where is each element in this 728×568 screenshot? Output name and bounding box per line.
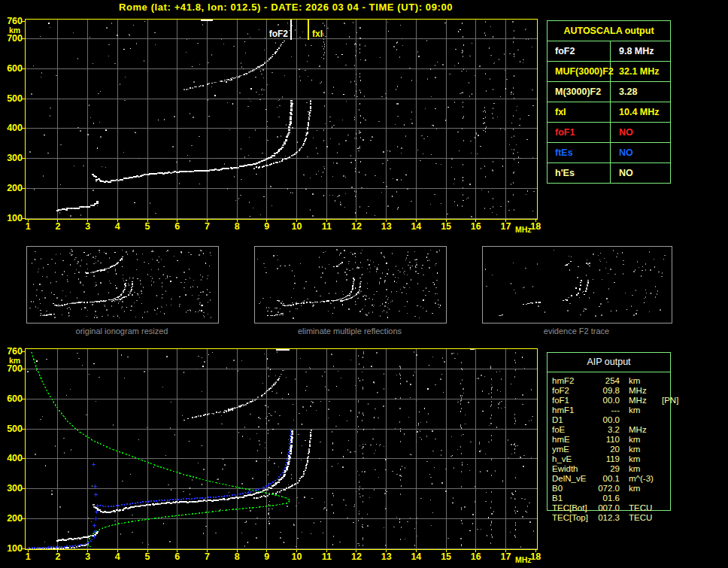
autoscala-row-fxI: fxI10.4 MHz <box>548 102 670 123</box>
aip-row-foF2: foF209.8MHz <box>552 386 726 396</box>
aip-row-hmE: hmE110km <box>552 435 726 445</box>
aip-note-cell <box>659 464 662 474</box>
autoscala-row-M(3000)F2: M(3000)F23.28 <box>548 82 670 102</box>
x-axis-label: 3 <box>77 552 99 562</box>
aip-param-cell: DelN_vE <box>552 474 594 484</box>
y-axis-tick <box>22 488 25 489</box>
x-axis-label: 8 <box>226 552 247 562</box>
x-axis-label: 5 <box>137 222 158 232</box>
y-axis-tick <box>22 188 25 189</box>
y-axis-tick <box>22 548 25 549</box>
x-axis-tick <box>535 550 536 552</box>
autoscala-rows: foF29.8 MHzMUF(3000)F232.1 MHzM(3000)F23… <box>548 41 670 183</box>
aip-note-cell <box>659 425 662 435</box>
y-axis-label: 300 <box>2 484 23 494</box>
aip-param-cell: hmF2 <box>552 376 594 386</box>
x-axis-label: 1 <box>17 222 38 232</box>
aip-row-Ewidth: Ewidth29km <box>552 464 726 474</box>
y-axis-label: 400 <box>2 454 23 463</box>
aip-value-cell: 254 <box>594 376 620 386</box>
x-axis-label: 15 <box>435 222 457 232</box>
x-axis-tick <box>87 220 88 222</box>
x-axis-label: 11 <box>316 552 337 562</box>
aip-value-cell: 3.2 <box>594 425 620 435</box>
aip-param-cell: ymE <box>552 445 594 454</box>
aip-note-cell <box>659 503 662 513</box>
param-cell: foF2 <box>548 41 611 61</box>
x-axis-label: 4 <box>107 552 128 562</box>
aip-unit-cell: TECU <box>620 503 659 513</box>
x-axis-tick <box>207 220 208 222</box>
aip-value-cell: 00.1 <box>594 474 620 484</box>
fof2-marker-label: foF2 <box>264 29 288 39</box>
aip-note-cell: [PN] <box>659 396 678 405</box>
x-axis-tick <box>147 550 148 552</box>
x-axis-label: 8 <box>226 222 247 232</box>
x-axis-tick <box>505 220 506 222</box>
aip-unit-cell: km <box>620 484 659 494</box>
y-axis-label: 500 <box>2 94 23 104</box>
x-axis-tick <box>326 220 327 222</box>
x-axis-tick <box>57 550 58 552</box>
aip-unit-cell: MHz <box>620 396 659 405</box>
aip-unit-cell: m^(-3) <box>620 474 659 484</box>
x-axis-label: 9 <box>256 552 278 562</box>
aip-row-hmF2: hmF2254km <box>552 376 726 386</box>
y-axis-tick <box>22 21 25 22</box>
panel-caption-1: original ionogram resized <box>26 327 217 336</box>
y-axis-tick <box>22 38 25 39</box>
aip-value-cell: 119 <box>594 454 620 464</box>
aip-row-DelN_vE: DelN_vE00.1m^(-3) <box>552 474 726 484</box>
autoscala-row-h'Es: h'EsNO <box>548 163 670 183</box>
aip-value-cell: 012.3 <box>594 513 620 523</box>
x-axis-label: 2 <box>47 222 68 232</box>
x-axis-tick <box>296 220 297 222</box>
x-axis-label: 1 <box>17 552 38 562</box>
bottom-ionogram-canvas <box>25 348 538 550</box>
y-axis-label: 700 <box>2 364 23 374</box>
x-axis-label: 14 <box>405 552 426 562</box>
param-cell: h'Es <box>548 163 611 183</box>
km-unit-label-bottom: km <box>9 356 20 365</box>
mini-panel-f2-trace <box>482 246 672 323</box>
x-axis-label: 15 <box>435 552 457 562</box>
aip-unit-cell: km <box>620 435 659 445</box>
x-axis-tick <box>266 550 267 552</box>
x-axis-label: 10 <box>287 222 308 232</box>
aip-unit-cell: MHz <box>620 386 659 396</box>
aip-param-cell: hmE <box>552 435 594 445</box>
y-axis-tick <box>22 518 25 519</box>
param-cell: M(3000)F2 <box>548 82 611 102</box>
x-axis-label: 7 <box>196 552 217 562</box>
x-axis-label: 5 <box>137 552 158 562</box>
aip-note-cell <box>659 474 662 484</box>
aip-row-hmF1: hmF1---km <box>552 405 726 415</box>
x-axis-tick <box>237 220 238 222</box>
y-axis-tick <box>22 99 25 99</box>
x-axis-tick <box>28 550 29 552</box>
top-ionogram <box>25 19 538 220</box>
x-axis-label: 7 <box>196 222 217 232</box>
aip-param-cell: hmF1 <box>552 405 594 415</box>
aip-unit-cell: km <box>620 454 659 464</box>
x-axis-tick <box>296 550 297 552</box>
aip-param-cell: foE <box>552 425 594 435</box>
aip-unit-cell: km <box>620 445 659 454</box>
aip-rows: hmF2254kmfoF209.8MHzfoF100.0MHz[PN]hmF1-… <box>552 376 726 523</box>
fxi-marker-label: fxI <box>312 29 338 39</box>
aip-note-cell <box>659 494 662 503</box>
y-axis-tick <box>22 351 25 352</box>
y-axis-label: 400 <box>2 123 23 133</box>
aip-unit-cell <box>620 494 659 503</box>
aip-row-TEC[Top]: TEC[Top]012.3TECU <box>552 513 726 523</box>
aip-note-cell <box>659 454 662 464</box>
x-axis-tick <box>535 220 536 222</box>
value-cell: 10.4 MHz <box>611 102 670 122</box>
x-axis-tick <box>446 550 447 552</box>
aip-note-cell <box>659 415 662 425</box>
aip-param-cell: foF2 <box>552 386 594 396</box>
x-axis-label: 17 <box>495 222 516 232</box>
x-axis-label: 13 <box>376 222 397 232</box>
x-axis-tick <box>266 220 267 222</box>
param-cell: fxI <box>548 102 611 122</box>
